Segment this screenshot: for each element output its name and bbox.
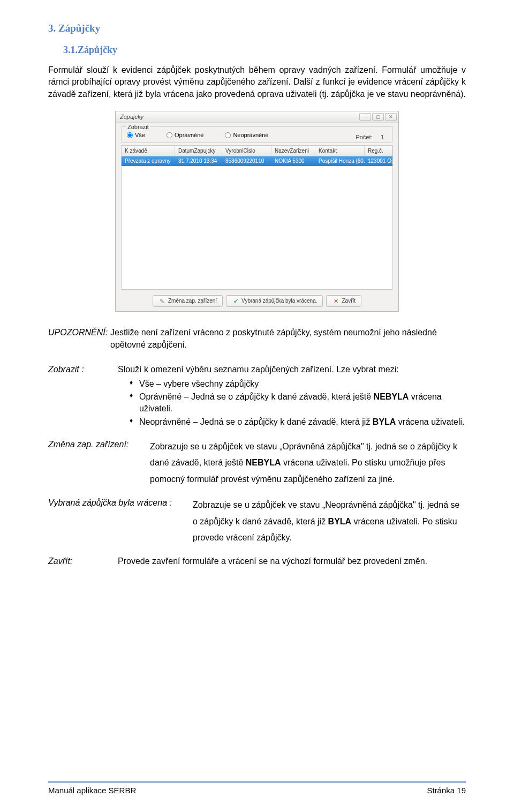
warning-label: UPOZORNĚNÍ:	[48, 327, 110, 351]
def-zobrazit-label: Zobrazit :	[48, 364, 118, 429]
maximize-button[interactable]: ▢	[372, 113, 384, 121]
warning-block: UPOZORNĚNÍ: Jestliže není zařízení vráce…	[48, 327, 466, 351]
titlebar: Zapujcky — ▢ ✕	[116, 111, 398, 123]
table-row[interactable]: Převzata z opravny 31.7.2010 13:34 85860…	[122, 156, 392, 166]
returned-label: Vybraná zápůjčka byla vrácena.	[241, 297, 317, 305]
grid-header: K závadě DatumZapujcky VyrobniCislo Naze…	[122, 146, 392, 156]
page-footer: Manuál aplikace SERBR Stránka 19	[48, 781, 466, 796]
def-zavrit: Zavřít: Provede zavření formuláře a vrác…	[48, 555, 466, 567]
col-header[interactable]: K závadě	[122, 146, 175, 156]
radio-unauthorized[interactable]: Neoprávněné	[225, 131, 268, 139]
def-vracena-body: Zobrazuje se u zápůjček ve stavu „Neoprá…	[193, 497, 466, 546]
def-zavrit-label: Zavřít:	[48, 555, 118, 567]
bullet-auth-bold: NEBYLA	[374, 392, 409, 401]
bullet-unauth-pre: Neoprávněné – Jedná se o zápůjčky k dané…	[139, 417, 373, 426]
count-display: Počet: 1	[356, 133, 384, 141]
filter-groupbox: Zobrazit Vše Oprávněné Neoprávněné Počet…	[121, 126, 393, 143]
def-vracena-bold: BYLA	[328, 517, 352, 526]
intro-paragraph: Formulář slouží k evidenci zápůjček posk…	[48, 64, 466, 100]
app-window: Zapujcky — ▢ ✕ Zobrazit Vše Oprávněné Ne…	[115, 111, 399, 312]
warning-text: Jestliže není zařízení vráceno z poskytn…	[110, 327, 466, 351]
col-header[interactable]: NazevZarizeni	[271, 146, 315, 156]
def-vracena-label: Vybraná zápůjčka byla vrácena :	[48, 497, 193, 546]
col-header[interactable]: Kontakt	[315, 146, 365, 156]
radio-row: Vše Oprávněné Neoprávněné	[127, 131, 387, 139]
radio-unauthorized-label: Neoprávněné	[233, 131, 268, 139]
radio-all[interactable]: Vše	[127, 131, 145, 139]
count-value: 1	[381, 134, 384, 140]
button-bar: ✎ Změna zap. zařízení ✔ Vybraná zápůjčka…	[116, 292, 398, 311]
radio-authorized-label: Oprávněné	[175, 131, 203, 139]
col-header[interactable]: Reg.č.	[365, 146, 392, 156]
change-device-label: Změna zap. zařízení	[168, 297, 217, 305]
radio-authorized[interactable]: Oprávněné	[167, 131, 203, 139]
radio-all-input[interactable]	[127, 132, 133, 138]
cell: NOKIA 5300	[271, 156, 315, 166]
window-controls: — ▢ ✕	[358, 113, 397, 121]
def-zmena: Změna zap. zařízení: Zobrazuje se u zápů…	[48, 439, 466, 487]
bullet-auth-pre: Oprávněné – Jedná se o zápůjčky k dané z…	[139, 392, 374, 401]
bullet-authorized: Oprávněné – Jedná se o zápůjčky k dané z…	[130, 391, 466, 415]
footer-left: Manuál aplikace SERBR	[48, 785, 136, 796]
close-window-button[interactable]: ✕	[385, 113, 397, 121]
change-device-button[interactable]: ✎ Změna zap. zařízení	[153, 295, 223, 307]
cell: 31.7.2010 13:34	[175, 156, 222, 166]
def-zobrazit-text: Slouží k omezení výběru seznamu zapůjčen…	[118, 365, 399, 374]
window-title: Zapujcky	[120, 113, 358, 121]
close-icon: ✕	[332, 297, 339, 305]
radio-all-label: Vše	[135, 131, 145, 139]
bullet-unauthorized: Neoprávněné – Jedná se o zápůjčky k dané…	[130, 416, 466, 428]
heading-2: 3.1.Zápůjčky	[63, 43, 466, 57]
bullet-unauth-post: vrácena uživateli.	[396, 417, 464, 426]
bullet-unauth-bold: BYLA	[373, 417, 396, 426]
minimize-button[interactable]: —	[359, 113, 371, 121]
close-button[interactable]: ✕ Zavřít	[326, 295, 361, 307]
cell: Převzata z opravny	[122, 156, 175, 166]
cell: 8586009220110	[222, 156, 271, 166]
def-zmena-body: Zobrazuje se u zápůjček ve stavu „Oprávn…	[150, 439, 466, 487]
radio-unauthorized-input[interactable]	[225, 132, 231, 138]
edit-icon: ✎	[158, 297, 166, 305]
def-zobrazit-body: Slouží k omezení výběru seznamu zapůjčen…	[118, 364, 466, 429]
def-zmena-label: Změna zap. zařízení:	[48, 439, 150, 487]
def-zavrit-body: Provede zavření formuláře a vrácení se n…	[118, 555, 466, 567]
check-icon: ✔	[232, 297, 239, 305]
close-label: Zavřít	[342, 297, 356, 305]
cell: 123001 Ostrava	[365, 156, 392, 166]
footer-right: Stránka 19	[427, 785, 466, 796]
heading-1: 3. Zápůjčky	[48, 21, 466, 36]
col-header[interactable]: DatumZapujcky	[175, 146, 222, 156]
count-label: Počet:	[356, 134, 372, 140]
returned-button[interactable]: ✔ Vybraná zápůjčka byla vrácena.	[226, 295, 323, 307]
bullet-all: Vše – vybere všechny zápůjčky	[130, 378, 466, 390]
groupbox-legend: Zobrazit	[126, 123, 150, 131]
col-header[interactable]: VyrobniCislo	[222, 146, 271, 156]
cell: Pospíšil Honza (60..	[315, 156, 365, 166]
def-zmena-bold: NEBYLA	[246, 458, 281, 467]
def-vracena: Vybraná zápůjčka byla vrácena : Zobrazuj…	[48, 497, 466, 546]
data-grid[interactable]: K závadě DatumZapujcky VyrobniCislo Naze…	[121, 145, 393, 290]
radio-authorized-input[interactable]	[167, 132, 172, 138]
def-zobrazit: Zobrazit : Slouží k omezení výběru sezna…	[48, 364, 466, 429]
